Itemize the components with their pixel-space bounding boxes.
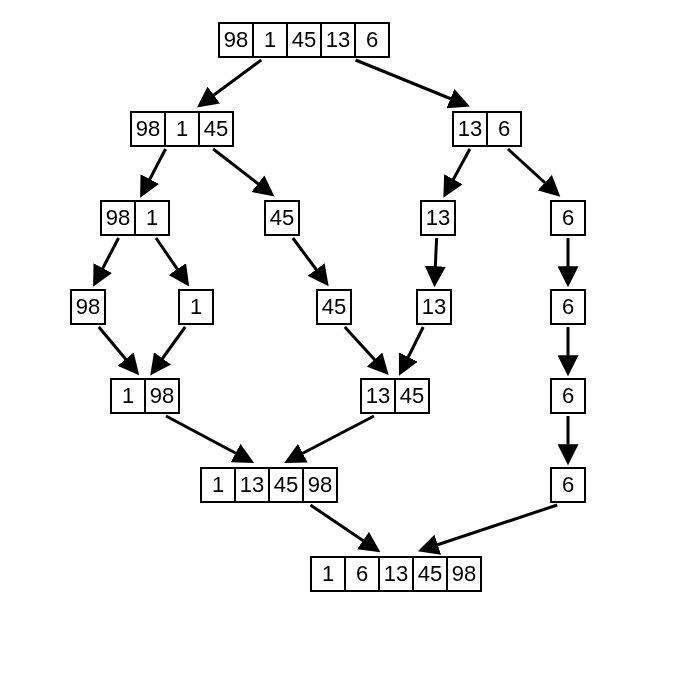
array-cell: 1 <box>110 378 146 414</box>
arrow <box>310 505 377 550</box>
arrow <box>213 149 271 194</box>
array-cell: 45 <box>316 289 352 325</box>
array-node-final: 16134598 <box>310 556 482 592</box>
array-cell: 1 <box>178 289 214 325</box>
array-cell: 6 <box>486 111 522 147</box>
array-cell: 6 <box>550 378 586 414</box>
array-node-l3b: 1 <box>178 289 214 325</box>
array-node-l2d: 6 <box>550 200 586 236</box>
array-cell: 45 <box>198 111 234 147</box>
array-node-l2b: 45 <box>264 200 300 236</box>
array-cell: 6 <box>344 556 380 592</box>
arrow <box>508 149 557 194</box>
array-cell: 6 <box>550 200 586 236</box>
array-cell: 98 <box>144 378 180 414</box>
array-node-l1r: 136 <box>452 111 522 147</box>
array-node-root: 98145136 <box>218 22 390 58</box>
arrow <box>200 60 261 105</box>
array-cell: 98 <box>70 289 106 325</box>
array-node-m5: 6 <box>550 467 586 503</box>
array-cell: 45 <box>268 467 304 503</box>
array-cell: 1 <box>252 22 288 58</box>
array-cell: 98 <box>218 22 254 58</box>
array-node-l3d: 13 <box>416 289 452 325</box>
array-cell: 98 <box>446 556 482 592</box>
array-cell: 13 <box>378 556 414 592</box>
array-cell: 1 <box>134 200 170 236</box>
array-cell: 45 <box>394 378 430 414</box>
array-cell: 45 <box>286 22 322 58</box>
array-cell: 98 <box>302 467 338 503</box>
arrow <box>288 416 374 461</box>
array-cell: 6 <box>550 289 586 325</box>
array-cell: 13 <box>320 22 356 58</box>
array-cell: 98 <box>100 200 136 236</box>
array-node-m1: 198 <box>110 378 180 414</box>
arrow <box>422 505 557 550</box>
arrow-layer <box>0 0 700 700</box>
arrow <box>356 60 466 105</box>
array-node-m4: 1134598 <box>200 467 338 503</box>
array-cell: 13 <box>234 467 270 503</box>
array-node-l3a: 98 <box>70 289 106 325</box>
array-node-m3: 6 <box>550 378 586 414</box>
array-node-l2a: 981 <box>100 200 170 236</box>
arrow <box>445 149 470 194</box>
arrow <box>401 327 423 372</box>
array-cell: 13 <box>420 200 456 236</box>
arrow <box>345 327 386 372</box>
arrow <box>293 238 326 283</box>
array-cell: 1 <box>200 467 236 503</box>
array-node-m2: 1345 <box>360 378 430 414</box>
array-cell: 6 <box>354 22 390 58</box>
array-node-l1l: 98145 <box>130 111 234 147</box>
arrow <box>435 238 437 283</box>
array-cell: 98 <box>130 111 166 147</box>
array-cell: 1 <box>310 556 346 592</box>
array-cell: 13 <box>416 289 452 325</box>
array-node-l2c: 13 <box>420 200 456 236</box>
arrow <box>142 149 166 194</box>
array-cell: 6 <box>550 467 586 503</box>
array-cell: 1 <box>164 111 200 147</box>
arrow <box>166 416 250 461</box>
array-node-l3c: 45 <box>316 289 352 325</box>
arrow <box>156 238 187 283</box>
arrow <box>95 238 119 283</box>
array-cell: 13 <box>360 378 396 414</box>
array-cell: 13 <box>452 111 488 147</box>
array-cell: 45 <box>264 200 300 236</box>
arrow <box>99 327 137 372</box>
arrow <box>153 327 186 372</box>
array-node-l3e: 6 <box>550 289 586 325</box>
array-cell: 45 <box>412 556 448 592</box>
